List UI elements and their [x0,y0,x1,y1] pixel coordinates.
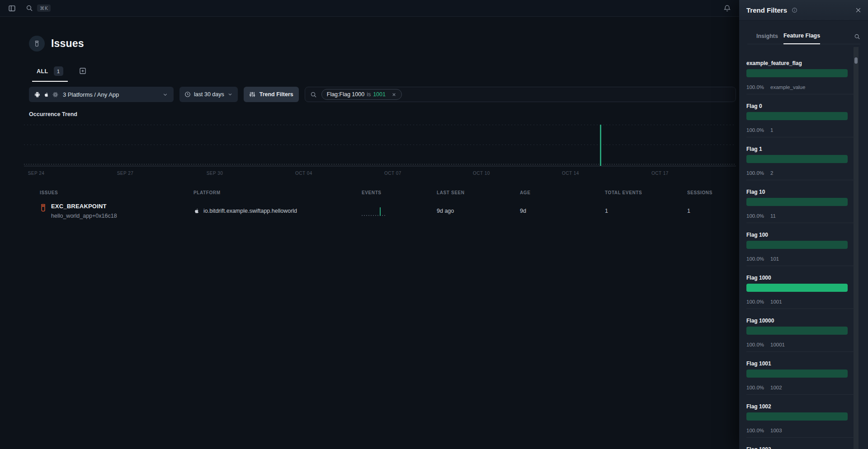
col-total-events: TOTAL EVENTS [605,190,687,195]
feature-flag-item[interactable]: Flag 10000 100.0% 10001 [746,309,854,352]
flag-name: Flag 1003 [746,446,854,449]
global-search-icon[interactable] [26,5,33,12]
flag-name: Flag 1001 [746,360,854,367]
page-title: Issues [51,37,84,50]
flag-value: example_value [770,84,805,91]
crash-jar-icon [40,204,47,212]
notifications-bell-icon[interactable] [723,5,731,12]
flag-distribution-bar[interactable] [746,327,848,335]
flag-distribution-bar[interactable] [746,69,848,77]
flag-distribution-bar[interactable] [746,112,848,120]
flag-meta: 100.0% 101 [746,256,854,263]
search-icon [310,91,317,98]
sliders-icon [249,91,255,98]
flag-value: 11 [770,213,776,220]
issue-search-input[interactable]: Flag:Flag 1000 is 1001 [305,87,736,102]
feature-flag-item[interactable]: Flag 0 100.0% 1 [746,94,854,137]
flag-percent: 100.0% [746,170,764,177]
x-tick: OCT 17 [646,171,674,176]
issue-name-block: EXC_BREAKPOINT hello_world_app+0x16c18 [51,203,117,219]
flag-value: 1 [770,127,773,134]
trend-filters-button[interactable]: Trend Filters [244,87,299,102]
flag-meta: 100.0% 11 [746,213,854,220]
tab-all-label: ALL [37,68,48,75]
panel-scrollbar-thumb[interactable] [854,57,858,64]
last-seen-value: 9d ago [437,208,520,214]
panel-scrollbar-track[interactable] [854,47,859,449]
flag-name: Flag 10000 [746,318,854,324]
flag-name: Flag 100 [746,232,854,239]
feature-flag-item[interactable]: Flag 1000 100.0% 1001 [746,266,854,309]
gridline [24,164,736,164]
panel-header: Trend Filters [739,0,868,21]
gridline [24,145,736,145]
feature-flag-item[interactable]: Flag 1003 [746,438,854,449]
android-icon [34,92,40,98]
flag-percent: 100.0% [746,127,764,134]
x-tick: OCT 14 [557,171,584,176]
platform-selector-value: 3 Platforms / Any App [63,91,159,98]
x-tick: OCT 04 [290,171,317,176]
apple-icon [193,208,200,214]
flag-value: 1002 [770,385,782,392]
col-events: EVENTS [362,190,437,195]
chart-x-axis: SEP 24 SEP 27 SEP 30 OCT 04 OCT 07 OCT 1… [0,171,739,177]
panel-tabs: Insights Feature Flags [747,30,860,44]
close-panel-icon[interactable] [855,7,862,14]
sidebar-toggle-icon[interactable] [8,5,16,12]
flag-distribution-bar[interactable] [746,155,848,163]
topbar: ⌘K [0,0,739,17]
filter-row: 3 Platforms / Any App last 30 days Trend… [29,87,736,102]
chart-title: Occurrence Trend [29,111,77,117]
panel-title: Trend Filters [746,6,787,14]
feature-flag-item[interactable]: Flag 10 100.0% 11 [746,180,854,223]
feature-flag-item[interactable]: Flag 1001 100.0% 1002 [746,352,854,395]
tab-all[interactable]: ALL 1 [32,66,68,82]
chip-remove-icon[interactable] [392,92,396,97]
apple-icon [43,92,49,98]
col-age: AGE [520,190,605,195]
flag-name: Flag 0 [746,103,854,110]
flag-value: 1001 [770,299,782,306]
time-range-selector[interactable]: last 30 days [179,87,238,102]
add-tab-icon[interactable] [79,67,87,75]
col-platform: PLATFORM [193,190,362,195]
flag-percent: 100.0% [746,84,764,91]
feature-flag-item[interactable]: Flag 100 100.0% 101 [746,223,854,266]
flag-value: 10001 [770,342,785,349]
x-tick: OCT 10 [468,171,495,176]
feature-flag-item[interactable]: example_feature_flag 100.0% example_valu… [746,51,854,94]
issues-jar-icon [29,36,45,51]
platform-cell: io.bitdrift.example.swiftapp.helloworld [193,208,362,214]
tab-insights[interactable]: Insights [756,33,778,44]
flag-distribution-bar[interactable] [746,284,848,292]
issue-detail: hello_world_app+0x16c18 [51,213,117,219]
issue-row[interactable]: EXC_BREAKPOINT hello_world_app+0x16c18 i… [0,203,739,219]
search-filter-chip[interactable]: Flag:Flag 1000 is 1001 [321,89,402,100]
flag-value: 1003 [770,428,782,435]
chip-value: 1001 [373,91,386,98]
flag-distribution-bar[interactable] [746,412,848,421]
flag-distribution-bar[interactable] [746,369,848,378]
feature-flag-item[interactable]: Flag 1 100.0% 2 [746,137,854,180]
panel-search-icon[interactable] [854,33,860,44]
clock-icon [184,91,191,98]
events-sparkline [362,206,386,216]
flag-distribution-bar[interactable] [746,241,848,249]
issue-cell: EXC_BREAKPOINT hello_world_app+0x16c18 [40,203,193,219]
flag-name: Flag 1 [746,146,854,153]
x-tick: SEP 27 [112,171,139,176]
flag-percent: 100.0% [746,299,764,306]
platform-selector[interactable]: 3 Platforms / Any App [29,87,174,102]
feature-flag-item[interactable]: Flag 1002 100.0% 1003 [746,395,854,438]
chart-event-bar[interactable] [600,125,601,166]
flag-meta: 100.0% 1003 [746,428,854,435]
tab-feature-flags[interactable]: Feature Flags [783,33,820,44]
x-tick: SEP 30 [201,171,228,176]
chevron-down-icon [162,92,168,98]
flag-value: 101 [770,256,779,263]
info-icon[interactable] [792,7,797,13]
flag-distribution-bar[interactable] [746,198,848,206]
page-header: Issues [29,36,84,51]
issue-name[interactable]: EXC_BREAKPOINT [51,203,117,210]
